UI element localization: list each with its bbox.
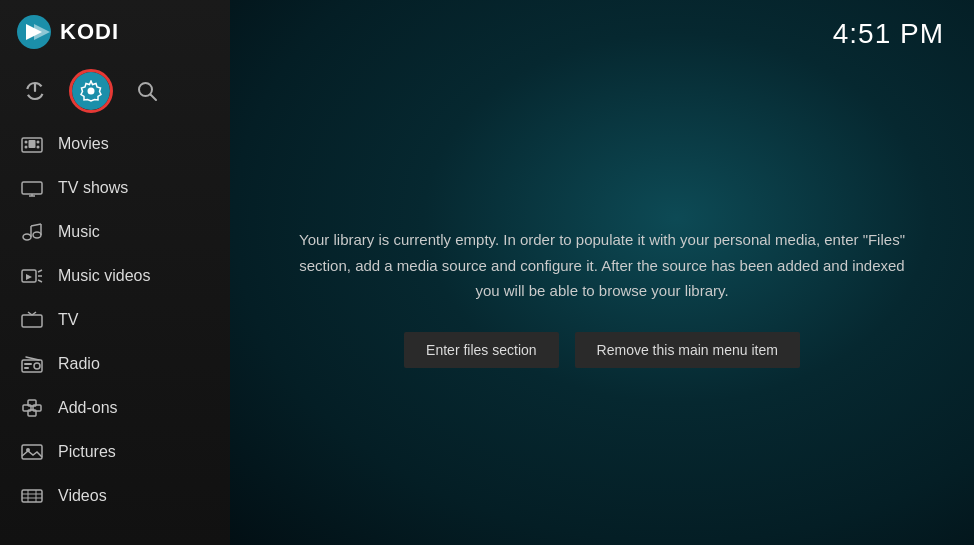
- tv-icon: [20, 176, 44, 200]
- gear-icon: [80, 80, 102, 102]
- svg-rect-39: [22, 445, 42, 459]
- svg-point-12: [37, 146, 40, 149]
- svg-rect-27: [22, 315, 42, 327]
- sidebar-item-music-label: Music: [58, 223, 100, 241]
- svg-line-24: [38, 270, 42, 272]
- power-button[interactable]: [16, 72, 54, 110]
- svg-point-31: [34, 363, 40, 369]
- music-icon: [20, 220, 44, 244]
- svg-point-9: [25, 141, 28, 144]
- enter-files-button[interactable]: Enter files section: [404, 332, 559, 368]
- svg-point-17: [23, 234, 31, 240]
- sidebar-item-radio[interactable]: Radio: [0, 342, 230, 386]
- search-icon: [136, 80, 158, 102]
- search-button[interactable]: [128, 72, 166, 110]
- main-content: 4:51 PM Your library is currently empty.…: [230, 0, 974, 545]
- sidebar-item-pictures[interactable]: Pictures: [0, 430, 230, 474]
- sidebar-item-tv-label: TV: [58, 311, 78, 329]
- svg-point-5: [88, 88, 95, 95]
- power-icon: [24, 80, 46, 102]
- sidebar-header: KODI: [0, 0, 230, 64]
- svg-line-21: [31, 224, 41, 226]
- sidebar-item-addons-label: Add-ons: [58, 399, 118, 417]
- svg-rect-13: [29, 140, 36, 148]
- sidebar-item-movies-label: Movies: [58, 135, 109, 153]
- svg-rect-30: [22, 360, 42, 372]
- musicvideos-icon: [20, 264, 44, 288]
- sidebar-item-radio-label: Radio: [58, 355, 100, 373]
- top-bar: 4:51 PM: [230, 0, 974, 50]
- svg-point-18: [33, 232, 41, 238]
- clock-display: 4:51 PM: [833, 18, 944, 50]
- library-empty-message: Your library is currently empty. In orde…: [290, 227, 914, 304]
- videos-icon: [20, 484, 44, 508]
- svg-line-26: [38, 280, 42, 282]
- sidebar-nav: Movies TV shows Music Music videos TV: [0, 122, 230, 545]
- app-title: KODI: [60, 19, 119, 45]
- action-buttons: Enter files section Remove this main men…: [404, 332, 800, 368]
- radio-icon: [20, 352, 44, 376]
- sidebar-item-pictures-label: Pictures: [58, 443, 116, 461]
- settings-button[interactable]: [72, 72, 110, 110]
- svg-line-7: [151, 95, 157, 101]
- svg-rect-33: [24, 367, 29, 369]
- kodi-logo-icon: [16, 14, 52, 50]
- tv2-icon: [20, 308, 44, 332]
- sidebar-item-music[interactable]: Music: [0, 210, 230, 254]
- sidebar-item-musicvideos[interactable]: Music videos: [0, 254, 230, 298]
- sidebar-item-addons[interactable]: Add-ons: [0, 386, 230, 430]
- content-area: Your library is currently empty. In orde…: [230, 50, 974, 545]
- svg-rect-32: [24, 363, 32, 365]
- sidebar-item-musicvideos-label: Music videos: [58, 267, 150, 285]
- pictures-icon: [20, 440, 44, 464]
- sidebar-item-movies[interactable]: Movies: [0, 122, 230, 166]
- sidebar-item-tvshows[interactable]: TV shows: [0, 166, 230, 210]
- sidebar-icon-bar: [0, 64, 230, 122]
- movies-icon: [20, 132, 44, 156]
- sidebar-item-tvshows-label: TV shows: [58, 179, 128, 197]
- svg-point-10: [25, 146, 28, 149]
- svg-rect-14: [22, 182, 42, 194]
- sidebar-item-videos-label: Videos: [58, 487, 107, 505]
- remove-menu-item-button[interactable]: Remove this main menu item: [575, 332, 800, 368]
- addons-icon: [20, 396, 44, 420]
- sidebar-item-tv[interactable]: TV: [0, 298, 230, 342]
- svg-marker-23: [26, 274, 32, 280]
- sidebar: KODI: [0, 0, 230, 545]
- svg-rect-41: [22, 490, 42, 502]
- sidebar-item-videos[interactable]: Videos: [0, 474, 230, 518]
- svg-point-11: [37, 141, 40, 144]
